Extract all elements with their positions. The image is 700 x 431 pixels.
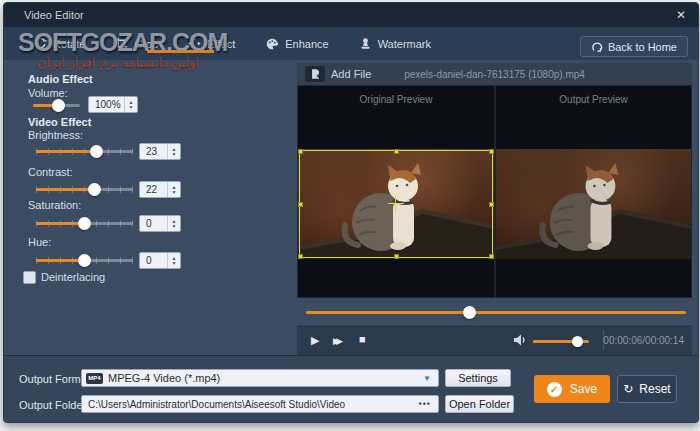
crop-icon [115,37,128,50]
output-folder-field[interactable]: C:\Users\Administrator\Documents\Aiseeso… [81,395,439,413]
window-title: Video Editor [24,9,84,21]
brightness-slider-thumb[interactable] [90,145,103,158]
contrast-slider-thumb[interactable] [88,183,101,196]
player-volume-thumb[interactable] [572,336,583,347]
crosshair-icon [388,196,404,212]
brightness-stepper[interactable]: ▲▼ [167,144,180,159]
output-video-frame [496,149,691,259]
back-to-home-button[interactable]: Back to Home [580,36,688,57]
back-arrow-icon [591,41,603,53]
add-file-label: Add File [331,68,371,80]
deinterlacing-checkbox[interactable] [23,271,36,284]
deinterlacing-label: Deinterlacing [41,271,105,283]
contrast-input[interactable]: 22 ▲▼ [139,181,181,198]
add-file-button[interactable]: Add File [305,66,371,82]
saturation-input[interactable]: 0 ▲▼ [139,215,181,232]
contrast-value: 22 [140,184,167,195]
saturation-slider-thumb[interactable] [78,217,91,230]
selection-handle[interactable] [298,254,303,259]
selection-handle[interactable] [298,202,303,207]
stepper-down-icon[interactable]: ▼ [172,224,177,229]
reset-label: Reset [639,382,670,396]
back-to-home-label: Back to Home [608,41,677,53]
output-preview-label: Output Preview [496,94,691,105]
enhance-icon [265,37,279,51]
tab-watermark[interactable]: Watermark [359,37,431,50]
original-preview-pane: Original Preview [298,86,496,297]
tab-label: Crop [134,38,158,50]
selection-handle[interactable] [489,254,494,259]
volume-slider[interactable] [33,98,80,112]
brightness-input[interactable]: 23 ▲▼ [139,143,181,160]
chevron-down-icon[interactable]: ▼ [423,374,431,383]
active-tab-indicator [147,50,214,53]
file-bar: Add File pexels-daniel-dan-7613175 (1080… [297,63,692,85]
selection-handle[interactable] [489,202,494,207]
close-icon[interactable]: ✕ [676,7,686,23]
tab-crop[interactable]: Crop [115,37,158,50]
video-effect-heading: Video Effect [28,116,91,128]
saturation-value: 0 [140,218,167,229]
toolbar: Rotate Crop Effect Enhance Watermark Bac… [4,27,698,60]
original-preview-label: Original Preview [298,94,494,105]
output-folder-value: C:\Users\Administrator\Documents\Aiseeso… [82,399,345,410]
brightness-slider[interactable] [36,144,133,158]
play-button[interactable]: ▶ [311,333,319,347]
volume-stepper[interactable]: ▲▼ [124,97,137,112]
seek-slider[interactable] [306,305,686,319]
reset-icon: ↻ [623,383,633,395]
volume-slider-thumb[interactable] [52,99,65,112]
mp4-badge: MP4 [86,373,103,384]
stepper-down-icon[interactable]: ▼ [172,152,177,157]
seek-slider-thumb[interactable] [463,306,476,319]
selection-handle[interactable] [489,149,494,154]
original-video-frame[interactable] [298,149,494,259]
hue-input[interactable]: 0 ▲▼ [139,252,181,269]
effect-icon [188,37,201,50]
reset-button[interactable]: ↻ Reset [617,375,677,403]
add-file-icon [305,66,325,82]
hue-label: Hue: [28,236,51,248]
browse-button[interactable]: ••• [419,399,431,409]
tab-rotate[interactable]: Rotate [34,37,85,50]
settings-button[interactable]: Settings [445,369,511,387]
volume-value: 100% [89,99,124,110]
video-editor-window: Video Editor ✕ Rotate Crop Effect Enhanc… [3,2,699,423]
tab-effect[interactable]: Effect [188,37,235,50]
contrast-slider[interactable] [36,182,133,196]
hue-stepper[interactable]: ▲▼ [167,253,180,268]
stepper-down-icon[interactable]: ▼ [172,190,177,195]
save-button[interactable]: ✓ Save [534,375,610,403]
tab-enhance[interactable]: Enhance [265,37,328,51]
cat-scene [496,149,691,259]
saturation-label: Saturation: [28,199,81,211]
saturation-slider[interactable] [36,216,133,230]
hue-slider-thumb[interactable] [78,254,91,267]
fast-forward-button[interactable]: ▶▶ [333,334,343,348]
output-format-dropdown[interactable]: MP4 MPEG-4 Video (*.mp4) ▼ [81,369,439,387]
selection-handle[interactable] [394,254,399,259]
hue-value: 0 [140,255,167,266]
time-display: 00:00:06/00:00:14 [603,335,684,346]
output-preview-pane: Output Preview [496,86,691,297]
rotate-icon [34,37,47,50]
selection-box[interactable] [299,150,493,258]
selection-handle[interactable] [394,149,399,154]
stepper-down-icon[interactable]: ▼ [129,105,134,110]
audio-effect-heading: Audio Effect [28,73,93,85]
saturation-stepper[interactable]: ▲▼ [167,216,180,231]
contrast-stepper[interactable]: ▲▼ [167,182,180,197]
speaker-icon[interactable] [513,334,527,349]
stepper-down-icon[interactable]: ▼ [172,261,177,266]
player-volume-slider[interactable] [533,334,589,348]
tab-label: Watermark [378,38,431,50]
open-folder-button[interactable]: Open Folder [445,395,514,413]
stop-button[interactable]: ■ [359,332,366,346]
volume-input[interactable]: 100% ▲▼ [88,96,138,113]
preview-area: Original Preview [297,85,692,298]
brightness-value: 23 [140,146,167,157]
output-format-value: MPEG-4 Video (*.mp4) [108,372,220,384]
hue-slider[interactable] [36,253,133,267]
selection-handle[interactable] [298,149,303,154]
output-folder-label: Output Folder: [19,399,89,411]
